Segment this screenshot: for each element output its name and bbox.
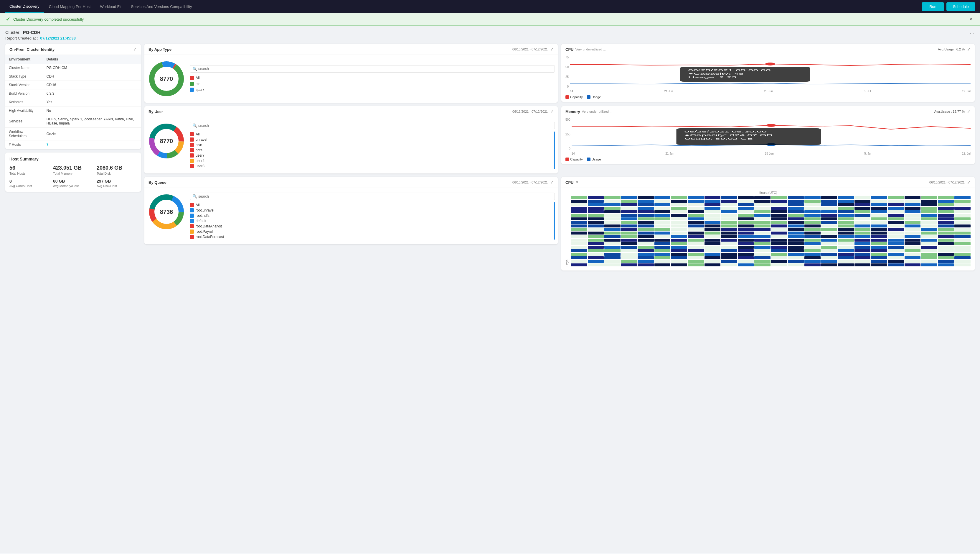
alert-message: Cluster Discovery completed successfully… — [13, 17, 967, 22]
identity-row-env: Kerberos — [5, 98, 43, 107]
by-user-legend: 🔍 All unravel hive hdfs user7 user4 user… — [186, 122, 555, 169]
nav-tab-workload-fit[interactable]: Workload Fit — [95, 0, 126, 13]
by-user-expand-icon[interactable]: ⤢ — [550, 109, 554, 114]
heatmap-cell — [671, 231, 687, 235]
heatmap-cell — [838, 200, 854, 203]
heatmap-cell — [938, 214, 954, 217]
heatmap-cell — [605, 253, 620, 256]
heatmap-cell — [955, 246, 970, 249]
heatmap-cell — [588, 235, 604, 238]
heatmap-cell — [955, 239, 970, 242]
heatmap-cell — [738, 221, 754, 224]
heatmap-cell — [705, 207, 721, 210]
identity-expand-icon[interactable]: ⤢ — [133, 47, 137, 52]
heatmap-cell — [721, 253, 737, 256]
heatmap-cell — [721, 231, 737, 235]
schedule-button[interactable]: Schedule — [947, 2, 975, 11]
heatmap-title: CPU — [565, 180, 573, 185]
cpu-chart-expand-icon[interactable]: ⤢ — [967, 47, 970, 52]
nav-tab-cluster-discovery[interactable]: Cluster Discovery — [5, 0, 44, 13]
heatmap-cell — [821, 200, 837, 203]
heatmap-cell — [921, 196, 937, 199]
heatmap-cell — [588, 228, 604, 231]
heatmap-cell — [721, 249, 737, 252]
heatmap-cell — [938, 217, 954, 220]
heatmap-cell — [738, 203, 754, 206]
heatmap-cell — [571, 256, 587, 259]
heatmap-cell — [955, 242, 970, 245]
heatmap-cell — [854, 225, 871, 227]
heatmap-cell — [771, 200, 787, 203]
heatmap-cell — [571, 203, 587, 206]
heatmap-cell — [804, 196, 821, 199]
memory-chart-legend: Capacity Usage — [565, 158, 970, 161]
heatmap-cell — [838, 203, 854, 206]
heatmap-cell — [688, 217, 704, 220]
by-app-type-expand-icon[interactable]: ⤢ — [550, 47, 554, 52]
alert-close-icon[interactable]: × — [967, 16, 974, 22]
heatmap-cell — [688, 228, 704, 231]
heatmap-cell — [938, 225, 954, 227]
heatmap-cell — [871, 239, 887, 242]
heatmap-cell — [888, 242, 904, 245]
identity-col-env: Environment — [5, 55, 43, 64]
heatmap-cell — [638, 239, 654, 242]
heatmap-cell — [688, 260, 704, 263]
heatmap-cell — [804, 256, 821, 259]
nav-tab-services-versions[interactable]: Services And Versions Compatibility — [126, 0, 197, 13]
heatmap-cell — [871, 203, 887, 206]
report-created: Report Created at : 07/12/2021 21:45:33 — [5, 36, 975, 40]
heatmap-cell — [854, 196, 871, 199]
heatmap-cell — [771, 260, 787, 263]
heatmap-cell — [738, 253, 754, 256]
heatmap-cell — [705, 260, 721, 263]
heatmap-cell — [605, 263, 620, 267]
heatmap-cell — [804, 203, 821, 206]
host-stat: 8Avg Cores/Host — [10, 179, 49, 188]
heatmap-cell — [771, 235, 787, 238]
heatmap-cell — [754, 221, 770, 224]
heatmap-cell — [854, 214, 871, 217]
heatmap-cell — [688, 203, 704, 206]
by-queue-expand-icon[interactable]: ⤢ — [550, 180, 554, 185]
heatmap-cell — [871, 207, 887, 210]
heatmap-cell — [888, 196, 904, 199]
heatmap-cell — [821, 260, 837, 263]
heatmap-cell — [738, 260, 754, 263]
identity-card-title: On-Prem Cluster Identity — [10, 47, 54, 52]
heatmap-cell — [854, 228, 871, 231]
heatmap-cell — [588, 260, 604, 263]
heatmap-cell — [905, 253, 921, 256]
run-button[interactable]: Run — [922, 2, 944, 11]
by-app-type-search-input[interactable] — [198, 67, 552, 71]
heatmap-cell — [921, 260, 937, 263]
heatmap-cell — [838, 196, 854, 199]
svg-text:Usage: 59.02 GB: Usage: 59.02 GB — [684, 137, 753, 140]
heatmap-cell — [621, 210, 637, 213]
heatmap-cell — [838, 214, 854, 217]
heatmap-cell — [905, 228, 921, 231]
heatmap-cell — [821, 203, 837, 206]
heatmap-cell — [705, 256, 721, 259]
identity-row-env: Build Version — [5, 89, 43, 98]
heatmap-cell — [888, 231, 904, 235]
heatmap-cell — [771, 253, 787, 256]
heatmap-cell — [638, 196, 654, 199]
heatmap-cell — [671, 242, 687, 245]
heatmap-cell — [871, 253, 887, 256]
heatmap-cell — [705, 246, 721, 249]
nav-tab-cloud-mapping[interactable]: Cloud Mapping Per Host — [44, 0, 95, 13]
heatmap-expand-icon[interactable]: ⤢ — [967, 180, 970, 185]
memory-chart-expand-icon[interactable]: ⤢ — [967, 109, 970, 114]
heatmap-dropdown-icon[interactable]: ▼ — [575, 180, 579, 184]
heatmap-cell — [754, 239, 770, 242]
by-user-center-value: 8770 — [160, 138, 173, 145]
heatmap-cell — [838, 221, 854, 224]
by-user-search-input[interactable] — [198, 124, 552, 128]
more-options-icon[interactable]: ⋯ — [969, 30, 975, 36]
heatmap-cell — [788, 196, 804, 199]
by-queue-search-input[interactable] — [198, 195, 552, 198]
heatmap-cell — [821, 231, 837, 235]
by-app-type-title: By App Type — [148, 47, 172, 52]
heatmap-cell — [804, 260, 821, 263]
